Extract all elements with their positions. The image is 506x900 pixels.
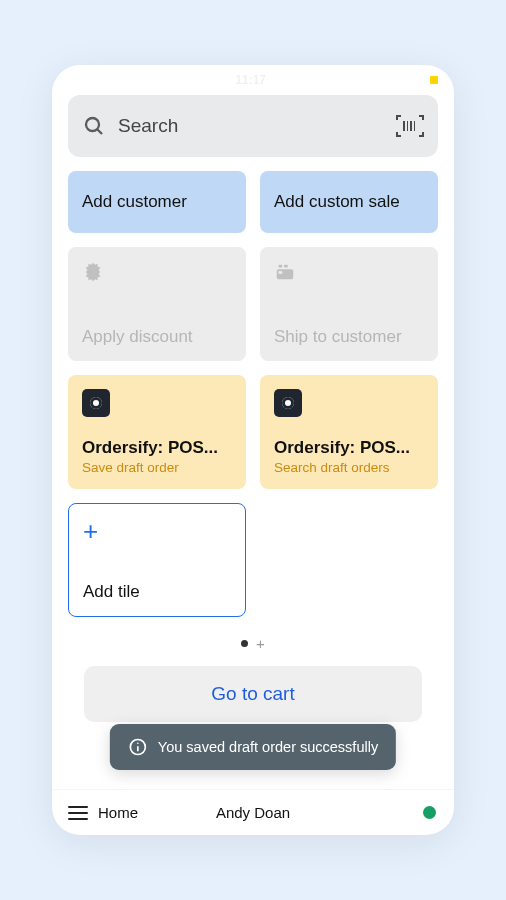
barcode-scan-icon[interactable] (396, 115, 424, 137)
tile-subtitle: Save draft order (82, 460, 232, 475)
info-icon (128, 737, 148, 757)
status-bar: 11:17 (52, 65, 454, 95)
tile-label: Add customer (82, 192, 187, 212)
status-right (430, 76, 438, 84)
tile-title: Ordersify: POS... (82, 438, 232, 458)
toast-notification: You saved draft order successfully (110, 724, 396, 770)
online-status-indicator (423, 806, 436, 819)
user-name[interactable]: Andy Doan (216, 804, 290, 821)
add-page-icon[interactable]: + (256, 635, 265, 652)
search-icon (82, 114, 106, 138)
carrier-label (68, 73, 71, 87)
svg-point-0 (86, 118, 99, 131)
ordersify-search-drafts-tile[interactable]: Ordersify: POS... Search draft orders (260, 375, 438, 489)
page-dot-active (241, 640, 248, 647)
add-custom-sale-tile[interactable]: Add custom sale (260, 171, 438, 233)
svg-rect-4 (410, 121, 412, 131)
discount-icon (82, 261, 104, 283)
tile-label: Add tile (83, 582, 140, 602)
ship-to-customer-tile[interactable]: Ship to customer (260, 247, 438, 361)
tile-grid-area: Add customer Add custom sale Apply disco… (52, 171, 454, 771)
empty-slot (260, 503, 438, 617)
ordersify-app-icon (274, 389, 302, 417)
ordersify-save-draft-tile[interactable]: Ordersify: POS... Save draft order (68, 375, 246, 489)
ordersify-app-icon (82, 389, 110, 417)
menu-icon[interactable] (68, 806, 88, 820)
search-input[interactable]: Search (118, 115, 384, 137)
apply-discount-tile[interactable]: Apply discount (68, 247, 246, 361)
svg-rect-8 (277, 269, 294, 279)
home-label[interactable]: Home (98, 804, 138, 821)
svg-rect-6 (279, 265, 283, 268)
svg-line-1 (97, 129, 102, 134)
tile-label: Add custom sale (274, 192, 400, 212)
tile-subtitle: Search draft orders (274, 460, 424, 475)
svg-rect-9 (279, 271, 283, 274)
search-bar[interactable]: Search (68, 95, 438, 157)
status-time: 11:17 (235, 73, 266, 87)
svg-rect-3 (407, 121, 408, 131)
plus-icon: + (83, 518, 98, 544)
page-indicator: + (68, 635, 438, 652)
svg-rect-7 (284, 265, 288, 268)
ship-icon (274, 261, 296, 283)
tile-label: Ship to customer (274, 327, 402, 347)
svg-point-12 (137, 742, 139, 744)
add-tile-button[interactable]: + Add tile (68, 503, 246, 617)
tile-label: Apply discount (82, 327, 193, 347)
svg-rect-2 (403, 121, 405, 131)
bottom-bar: Home Andy Doan (52, 789, 454, 835)
svg-rect-5 (414, 121, 415, 131)
tile-title: Ordersify: POS... (274, 438, 424, 458)
cart-button-label: Go to cart (211, 683, 294, 705)
tile-grid: Add customer Add custom sale Apply disco… (68, 171, 438, 617)
battery-indicator (430, 76, 438, 84)
toast-message: You saved draft order successfully (158, 739, 378, 755)
add-customer-tile[interactable]: Add customer (68, 171, 246, 233)
app-frame: 11:17 Search Add customer Add custom (52, 65, 454, 835)
go-to-cart-button[interactable]: Go to cart (84, 666, 422, 722)
